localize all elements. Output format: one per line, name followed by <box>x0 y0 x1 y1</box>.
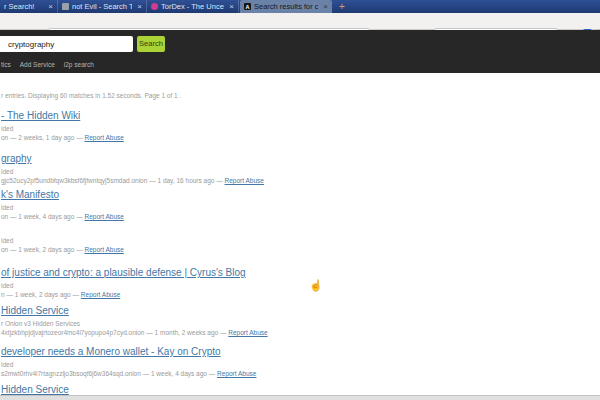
report-abuse-link[interactable]: Report Abuse <box>225 177 264 184</box>
tab-title: TorDex - The Uncensored Tor Inde <box>161 2 224 11</box>
result-description: ided <box>1 204 124 211</box>
result-meta: on — 1 week, 2 days ago — Report Abuse <box>1 246 124 253</box>
result-title-link[interactable]: developer needs a Monero wallet - Kay on… <box>1 346 256 358</box>
search-result: developer needs a Monero wallet - Kay on… <box>1 346 256 377</box>
tab-close-icon[interactable]: × <box>229 0 234 13</box>
site-search-input[interactable] <box>0 36 133 52</box>
search-result: k's Manifesto ided on — 1 week, 4 days a… <box>1 189 124 220</box>
mouse-cursor-hand: ☝ <box>309 279 323 292</box>
result-url-time: s2mwt0rhv4i7rtagnzzljo3bsoqf6j6w364sqd.o… <box>1 370 217 377</box>
result-url-time: on — 2 weeks, 1 day ago — <box>1 134 84 141</box>
result-description: ided <box>1 237 124 244</box>
result-url-time: on — 1 week, 4 days ago — <box>1 213 84 220</box>
tab-not-evil[interactable]: not Evil - Search Tor × <box>58 0 147 13</box>
result-description: ided <box>1 168 264 175</box>
report-abuse-link[interactable]: Report Abuse <box>81 291 120 298</box>
results-stats: r entries. Displaying 60 matches in 1.52… <box>1 92 181 99</box>
result-title-link[interactable]: Hidden Service <box>1 305 268 317</box>
result-url-time: gjc52ucy2pf5undbfqw3kbsf6fjfwntqyj5smdad… <box>1 177 225 184</box>
result-meta: s2mwt0rhv4i7rtagnzzljo3bsoqf6j6w364sqd.o… <box>1 370 256 377</box>
report-abuse-link[interactable]: Report Abuse <box>84 134 123 141</box>
result-url-time: 4xtjzkbhpjdjvajrtozeor4mc4i7yopupo4p7cyd… <box>1 329 228 336</box>
tab-close-icon[interactable]: × <box>323 0 328 13</box>
report-abuse-link[interactable]: Report Abuse <box>228 329 267 336</box>
search-result: of justice and crypto: a plausible defen… <box>1 267 246 298</box>
result-title-link[interactable]: of justice and crypto: a plausible defen… <box>1 267 246 279</box>
horizontal-scrollbar <box>0 395 600 400</box>
tab-title: Search results for cryptography <box>254 2 318 11</box>
site-nav: tics Add Service i2p search <box>1 61 103 68</box>
result-meta: n — 1 week, 2 days ago — Report Abuse <box>1 291 246 298</box>
tordex-favicon <box>151 3 158 10</box>
result-title-link[interactable]: graphy <box>1 153 264 165</box>
result-title-link[interactable]: - The Hidden Wiki <box>1 110 124 122</box>
browser-toolbar: i msydqstlz2kzerdg.onion/search/?q=crypt… <box>0 13 600 30</box>
tab-tordex[interactable]: TorDex - The Uncensored Tor Inde × <box>147 0 239 13</box>
tab-close-icon[interactable]: × <box>48 0 53 13</box>
not-evil-favicon <box>62 3 69 10</box>
search-result: graphy ided gjc52ucy2pf5undbfqw3kbsf6fjf… <box>1 153 264 184</box>
result-title-link[interactable] <box>1 222 124 234</box>
search-result: - The Hidden Wiki ided on — 2 weeks, 1 d… <box>1 110 124 141</box>
browser-window: r Search! × not Evil - Search Tor × TorD… <box>0 0 600 400</box>
nav-i2p-search-link[interactable]: i2p search <box>64 61 94 68</box>
tab-close-icon[interactable]: × <box>137 0 142 13</box>
nav-statistics-link[interactable]: tics <box>1 61 11 68</box>
report-abuse-link[interactable]: Report Abuse <box>217 370 256 377</box>
site-header: Search tics Add Service i2p search <box>0 30 600 73</box>
ahmia-favicon: A <box>244 3 251 10</box>
tab-tor-search[interactable]: r Search! × <box>0 0 58 13</box>
tab-title: r Search! <box>4 2 43 11</box>
result-description: ided <box>1 361 256 368</box>
result-url-time: n — 1 week, 2 days ago — <box>1 291 81 298</box>
result-description: ided <box>1 282 246 289</box>
nav-add-service-link[interactable]: Add Service <box>20 61 55 68</box>
site-search-button[interactable]: Search <box>137 36 165 52</box>
report-abuse-link[interactable]: Report Abuse <box>84 213 123 220</box>
result-meta: on — 2 weeks, 1 day ago — Report Abuse <box>1 134 124 141</box>
result-meta: on — 1 week, 4 days ago — Report Abuse <box>1 213 124 220</box>
result-url-time: on — 1 week, 2 days ago — <box>1 246 84 253</box>
search-result: ided on — 1 week, 2 days ago — Report Ab… <box>1 222 124 253</box>
tab-title: not Evil - Search Tor <box>72 2 132 11</box>
result-description: ided <box>1 125 124 132</box>
result-description: r Onion v3 Hidden Services <box>1 320 268 327</box>
search-result: Hidden Service r Onion v3 Hidden Service… <box>1 305 268 336</box>
result-meta: 4xtjzkbhpjdjvajrtozeor4mc4i7yopupo4p7cyd… <box>1 329 268 336</box>
new-tab-button[interactable]: + <box>336 1 348 12</box>
tab-search-results-active[interactable]: A Search results for cryptography × <box>240 0 332 13</box>
result-title-link[interactable]: k's Manifesto <box>1 189 124 201</box>
tab-bar: r Search! × not Evil - Search Tor × TorD… <box>0 0 600 13</box>
result-meta: gjc52ucy2pf5undbfqw3kbsf6fjfwntqyj5smdad… <box>1 177 264 184</box>
report-abuse-link[interactable]: Report Abuse <box>84 246 123 253</box>
